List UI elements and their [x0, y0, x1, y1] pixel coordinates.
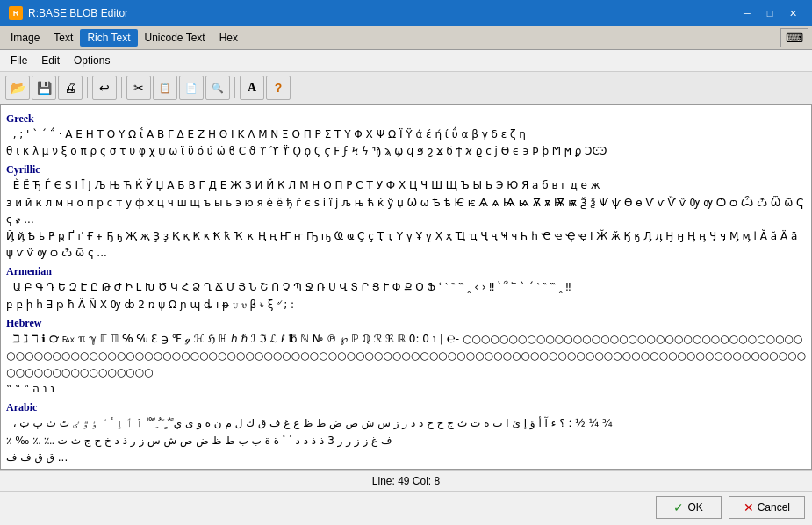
section-hebrew: Hebrew ℶ ℷ ℸ ℹ ℺ ℻ ℼ ℽ ℾ ℿ ℅ ℆ ℇ ℈ ℉ ℊ ℋ…	[6, 315, 806, 399]
tab-text[interactable]: Text	[47, 29, 80, 47]
editor-area[interactable]: Greek , ; ' ` ΄ ΅ · Α Ε Η Τ Ο Υ Ω ΐ Α Β …	[0, 104, 812, 470]
ok-button[interactable]: ✓ OK	[656, 496, 722, 519]
cancel-icon: ✕	[744, 500, 754, 514]
bottom-bar: ✓ OK ✕ Cancel	[0, 491, 812, 522]
status-bar: Line: 49 Col: 8	[0, 470, 812, 491]
section-greek: Greek , ; ' ` ΄ ΅ · Α Ε Η Τ Ο Υ Ω ΐ Α Β …	[6, 111, 806, 160]
section-greek-text: , ; ' ` ΄ ΅ · Α Ε Η Τ Ο Υ Ω ΐ Α Β Γ Δ Ε …	[6, 126, 806, 160]
copy-button[interactable]: 📋	[153, 76, 177, 100]
ok-label: OK	[687, 501, 702, 514]
keyboard-icon: ⌨	[780, 28, 808, 47]
toolbar-separator-1	[87, 77, 88, 98]
section-cyrillic-header: Cyrillic	[6, 162, 806, 177]
title-controls: ─ □ ✕	[737, 5, 803, 21]
file-menu[interactable]: File	[4, 52, 34, 69]
title-bar: R R:BASE BLOB Editor ─ □ ✕	[0, 0, 812, 26]
font-button[interactable]: A	[240, 76, 264, 100]
window-title: R:BASE BLOB Editor	[28, 7, 128, 19]
open-button[interactable]: 📂	[5, 76, 30, 100]
close-button[interactable]: ✕	[782, 5, 803, 21]
section-greek-header: Greek	[6, 111, 806, 126]
section-arabic-header: Arabic	[6, 399, 806, 415]
minimize-button[interactable]: ─	[737, 5, 758, 21]
section-hebrew-text: ℶ ℷ ℸ ℹ ℺ ℻ ℼ ℽ ℾ ℿ ℅ ℆ ℇ ℈ ℉ ℊ ℋ ℌ ℍ ℎ …	[6, 331, 806, 399]
cancel-button[interactable]: ✕ Cancel	[729, 496, 805, 519]
section-hebrew-header: Hebrew	[6, 315, 806, 331]
app-icon: R	[9, 6, 23, 20]
cut-button[interactable]: ✂	[126, 76, 151, 100]
section-cyrillic-text: Ѐ Ё Ђ Ѓ Є Ѕ І Ї Ј Љ Њ Ћ Ќ Ў Џ А Б В Г Д …	[6, 177, 806, 262]
maximize-button[interactable]: □	[759, 5, 780, 21]
tab-hex[interactable]: Hex	[212, 29, 245, 47]
title-bar-left: R R:BASE BLOB Editor	[9, 6, 128, 20]
status-text: Line: 49 Col: 8	[372, 475, 440, 487]
section-cyrillic: Cyrillic Ѐ Ё Ђ Ѓ Є Ѕ І Ї Ј Љ Њ Ћ Ќ Ў Џ А…	[6, 162, 806, 262]
tab-rich-text[interactable]: Rich Text	[80, 29, 137, 47]
tab-image[interactable]: Image	[4, 29, 47, 47]
toolbar-separator-3	[234, 77, 235, 98]
toolbar: 📂 💾 🖨 ↩ ✂ 📋 📄 🔍 A ?	[0, 72, 812, 104]
section-armenian-header: Armenian	[6, 263, 806, 279]
paste-button[interactable]: 📄	[179, 76, 204, 100]
undo-button[interactable]: ↩	[92, 76, 117, 100]
section-arabic: Arabic ، ؛ ؟ ء آ أ ؤ إ ئ ا ب ة ت ث ج ح خ…	[6, 399, 806, 466]
cancel-label: Cancel	[758, 501, 790, 514]
save-button[interactable]: 💾	[32, 76, 56, 100]
tab-unicode-text[interactable]: Unicode Text	[138, 29, 212, 47]
toolbar-separator-2	[121, 77, 122, 98]
tab-menu-bar: Image Text Rich Text Unicode Text Hex ⌨	[0, 26, 812, 50]
edit-menu[interactable]: Edit	[34, 52, 67, 69]
file-menu-bar: File Edit Options	[0, 50, 812, 72]
check-icon: ✓	[673, 500, 684, 514]
print-button[interactable]: 🖨	[58, 76, 83, 100]
section-armenian-text: Ա Բ Գ Դ Ե Զ Է Ը Թ Ժ Ի Լ Խ Ծ Կ Հ Ձ Ղ Ճ Մ …	[6, 279, 806, 313]
find-button[interactable]: 🔍	[205, 76, 230, 100]
section-armenian: Armenian Ա Բ Գ Դ Ե Զ Է Ը Թ Ժ Ի Լ Խ Ծ Կ Հ…	[6, 263, 806, 313]
options-menu[interactable]: Options	[67, 52, 117, 69]
help-button[interactable]: ?	[266, 76, 291, 100]
section-arabic-text: ، ؛ ؟ ء آ أ ؤ إ ئ ا ب ة ت ث ج ح خ د ذ ر …	[6, 415, 806, 466]
